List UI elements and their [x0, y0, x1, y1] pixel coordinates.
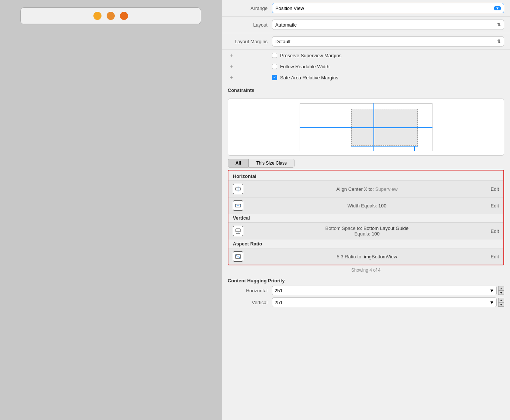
horizontal-hugging-value: 251 [275, 288, 283, 293]
plus-icon-1[interactable]: + [228, 52, 235, 59]
layout-label: Layout [228, 22, 272, 28]
vertical-stepper-down[interactable]: ▼ [498, 302, 504, 307]
constraints-diagram-inner [300, 103, 433, 151]
width-equals-text: Width Equals: 100 [247, 203, 487, 209]
arrange-control: Position View ▼ [272, 3, 504, 13]
horizontal-hugging-label: Horizontal [228, 288, 272, 293]
layout-margins-label: Layout Margins [228, 39, 272, 44]
plus-icon-2[interactable]: + [228, 63, 235, 70]
layout-row: Layout Automatic ⇅ [222, 17, 510, 33]
showing-text: Showing 4 of 4 [222, 265, 510, 275]
horizontal-hugging-select[interactable]: 251 ▼ [272, 286, 497, 295]
arrange-select[interactable]: Position View ▼ [272, 3, 504, 13]
device-frame: 适时适地 发现新鲜事 → [20, 7, 201, 24]
vertical-hugging-stepper[interactable]: ▲ ▼ [498, 298, 504, 307]
constraints-diagram [228, 99, 504, 156]
device-toolbar [21, 8, 201, 24]
layout-margins-row: Layout Margins Default ⇅ [222, 33, 510, 50]
align-center-x-edit[interactable]: Edit [491, 186, 499, 192]
vertical-hugging-arrow: ▼ [489, 300, 494, 305]
svg-rect-6 [235, 204, 241, 207]
hugging-section: Content Hugging Priority Horizontal 251 … [222, 275, 510, 312]
vertical-section-header: Vertical [228, 214, 503, 222]
stepper-up[interactable]: ▲ [498, 286, 504, 290]
layout-value: Automatic [275, 22, 297, 28]
diag-vline-bottom [414, 146, 415, 151]
preserve-superview-checkbox[interactable] [272, 53, 277, 58]
align-center-x-icon [233, 184, 243, 194]
toolbar-icon-yellow [93, 12, 101, 20]
tab-this-size[interactable]: This Size Class [249, 159, 294, 168]
layout-margins-value: Default [275, 39, 290, 44]
left-panel: 适时适地 发现新鲜事 → [0, 0, 221, 420]
tabs-row: All This Size Class [228, 159, 504, 168]
arrange-arrow-icon: ▼ [494, 6, 501, 10]
vertical-hugging-value: 251 [275, 300, 283, 305]
toolbar-icon-red [120, 12, 128, 20]
aspect-ratio-section-header: Aspect Ratio [228, 240, 503, 248]
ratio-edit[interactable]: Edit [491, 254, 499, 259]
safe-area-label: Safe Area Relative Margins [280, 75, 338, 80]
diag-hline-left [300, 127, 351, 128]
align-center-x-text: Align Center X to: Superview [247, 186, 487, 192]
width-equals-icon [233, 200, 243, 211]
align-center-x-item: Align Center X to: Superview Edit [228, 180, 503, 197]
diag-vline-center [373, 103, 374, 151]
follow-readable-area: Follow Readable Width [272, 64, 330, 69]
constraints-title: Constraints [228, 87, 254, 93]
safe-area-area: Safe Area Relative Margins [272, 75, 338, 80]
follow-readable-checkbox[interactable] [272, 64, 277, 69]
bottom-space-text: Bottom Space to: Bottom Layout Guide Equ… [247, 226, 487, 237]
right-panel: Arrange Position View ▼ Layout Automatic… [221, 0, 510, 420]
constraints-items-section: Horizontal Align Center X to: Superview … [228, 170, 504, 265]
arrange-value: Position View [275, 6, 304, 11]
svg-rect-8 [236, 229, 240, 232]
horizontal-hugging-stepper[interactable]: ▲ ▼ [498, 286, 504, 295]
layout-margins-select[interactable]: Default ⇅ [272, 36, 504, 47]
horizontal-hugging-arrow: ▼ [489, 288, 494, 293]
ratio-icon [233, 251, 243, 262]
tab-all[interactable]: All [228, 159, 249, 168]
plus-icon-3[interactable]: + [228, 74, 235, 81]
width-equals-item: Width Equals: 100 Edit [228, 197, 503, 214]
bottom-space-item: Bottom Space to: Bottom Layout Guide Equ… [228, 222, 503, 240]
preserve-superview-row: + Preserve Superview Margins [222, 50, 510, 61]
ratio-text: 5:3 Ratio to: imgBottomView [247, 254, 487, 259]
horizontal-hugging-row: Horizontal 251 ▼ ▲ ▼ [228, 286, 504, 295]
layout-control: Automatic ⇅ [272, 20, 504, 30]
horizontal-section-header: Horizontal [228, 171, 503, 180]
layout-margins-control: Default ⇅ [272, 36, 504, 47]
bottom-space-edit[interactable]: Edit [491, 228, 499, 234]
preserve-superview-label: Preserve Superview Margins [280, 53, 341, 58]
constraints-section-header: Constraints [222, 83, 510, 96]
arrange-row: Arrange Position View ▼ [222, 0, 510, 17]
diag-hline-right [351, 127, 433, 128]
follow-readable-row: + Follow Readable Width [222, 61, 510, 72]
stepper-down[interactable]: ▼ [498, 290, 504, 295]
svg-line-12 [235, 255, 241, 258]
bottom-space-icon [233, 226, 243, 236]
layout-select[interactable]: Automatic ⇅ [272, 20, 504, 30]
vertical-stepper-up[interactable]: ▲ [498, 298, 504, 302]
toolbar-icon-orange [107, 12, 115, 20]
layout-margins-arrow-icon: ⇅ [497, 39, 501, 44]
hugging-title: Content Hugging Priority [228, 278, 504, 283]
layout-arrow-icon: ⇅ [497, 22, 501, 27]
safe-area-row: + Safe Area Relative Margins [222, 72, 510, 83]
width-equals-edit[interactable]: Edit [491, 203, 499, 209]
arrange-label: Arrange [228, 6, 272, 11]
vertical-hugging-label: Vertical [228, 300, 272, 305]
preserve-superview-area: Preserve Superview Margins [272, 53, 341, 58]
ratio-item: 5:3 Ratio to: imgBottomView Edit [228, 248, 503, 265]
follow-readable-label: Follow Readable Width [280, 64, 330, 69]
vertical-hugging-select[interactable]: 251 ▼ [272, 297, 497, 307]
diag-hline-bottom [351, 146, 418, 147]
vertical-hugging-row: Vertical 251 ▼ ▲ ▼ [228, 297, 504, 307]
safe-area-checkbox[interactable] [272, 75, 277, 80]
